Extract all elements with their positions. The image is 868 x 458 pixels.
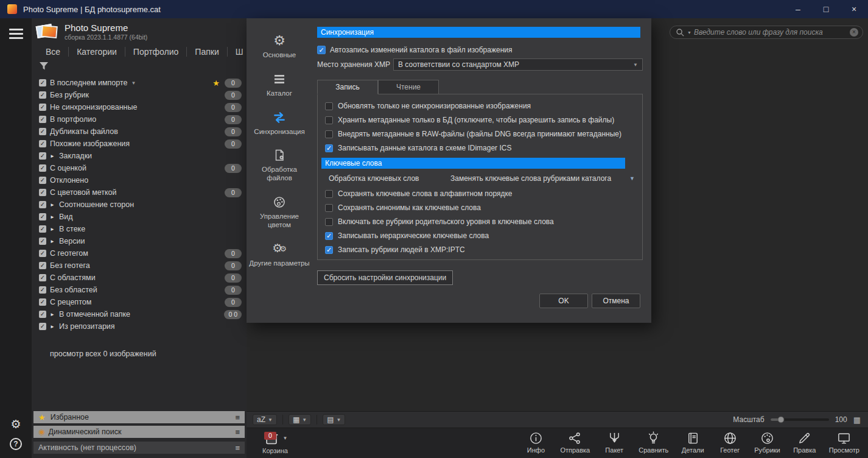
close-button[interactable]: × [840,0,868,18]
checkbox[interactable]: ✓ [325,144,333,152]
expand-arrow-icon[interactable]: ► [50,324,55,329]
filter-row[interactable]: ✓ Отклонено [39,174,242,186]
option-row[interactable]: ✓ Записывать иерархические ключевые слов… [325,231,635,240]
trash-bin[interactable]: ▼ 0 Корзина [255,430,295,454]
activity-panel-icon[interactable]: ≡ [235,443,240,453]
activity-section-bar[interactable]: Активность (нет процессов) ≡ [33,442,245,454]
filter-row[interactable]: ✓ В портфолио 0 [39,113,242,125]
filter-checkbox[interactable]: ✓ [39,213,46,220]
checkbox[interactable] [325,218,333,226]
filter-row[interactable]: ✓ Без рубрик 0 [39,89,242,101]
filter-funnel-icon[interactable] [39,62,49,71]
thumbnail-size-icon[interactable]: ▦ [853,415,861,425]
filter-row[interactable]: ✓ ► Закладки [39,150,242,162]
section-menu-icon[interactable]: ≡ [235,428,240,437]
reset-sync-button[interactable]: Сбросить настройки синхронизации [317,270,453,285]
filter-row[interactable]: ✓ С геотегом 0 [39,247,242,259]
filter-checkbox[interactable]: ✓ [39,91,46,99]
filter-checkbox[interactable]: ✓ [39,140,46,147]
filter-checkbox[interactable]: ✓ [39,238,46,245]
tab-clipped[interactable]: Ш [227,47,247,57]
search-input[interactable] [694,28,847,37]
expand-arrow-icon[interactable]: ► [50,214,55,220]
settings-nav-sync[interactable]: Синхронизация [247,104,312,142]
settings-nav-color-management[interactable]: Управление цветом [247,188,312,235]
action-view[interactable]: Просмотр [829,430,859,454]
action-batch[interactable]: Пакет [601,430,627,454]
option-row[interactable]: Внедрять метаданные в RAW-файлы (файлы D… [325,130,635,138]
tab-read[interactable]: Чтение [378,80,439,94]
dynamic-search-section-bar[interactable]: ◉ Динамический поиск ≡ [33,426,245,438]
filter-row[interactable]: ✓ С областями 0 [39,272,242,284]
action-info[interactable]: Инфо [523,430,548,454]
filter-checkbox[interactable]: ✓ [39,164,46,172]
expand-arrow-icon[interactable]: ► [50,202,55,208]
filter-checkbox[interactable]: ✓ [39,250,46,257]
checkbox[interactable] [325,190,333,198]
chevron-down-icon[interactable]: ▼ [629,175,635,181]
filter-row[interactable]: ✓ Похожие изображения 0 [39,138,242,150]
dropdown-caret-icon[interactable]: ▼ [131,80,136,86]
checkbox[interactable] [325,130,333,138]
tab-portfolio[interactable]: Портфолио [125,47,187,57]
maximize-button[interactable]: □ [812,0,840,18]
settings-nav-catalog[interactable]: Каталог [247,65,312,104]
option-row[interactable]: Сохранять синонимы как ключевые слова [325,203,635,212]
search-box[interactable]: ▼ × [670,26,863,39]
option-row[interactable]: Включать все рубрики родительского уровн… [325,217,635,226]
filter-row[interactable]: ✓ В последнем импорте ▼ ★ 0 [39,77,242,89]
checkbox[interactable]: ✓ [325,232,333,240]
filter-checkbox[interactable]: ✓ [39,79,46,86]
display-options-button[interactable]: ▤ ▼ [323,414,345,425]
checkbox[interactable] [325,102,333,110]
filter-row[interactable]: ✓ ► В отмеченной папке 0 0 [39,308,242,320]
expand-arrow-icon[interactable]: ► [50,153,55,159]
minimize-button[interactable]: – [784,0,812,18]
filter-checkbox[interactable]: ✓ [39,323,46,330]
filter-row[interactable]: ✓ Без областей 0 [39,284,242,296]
filter-row[interactable]: ✓ Без геотега 0 [39,259,242,272]
tab-all[interactable]: Все [38,47,68,57]
action-compare[interactable]: Сравнить [639,430,668,454]
action-geotag[interactable]: Геотег [717,430,743,454]
zoom-slider[interactable] [771,418,829,421]
filter-checkbox[interactable]: ✓ [39,298,46,306]
action-edit[interactable]: Правка [792,430,817,454]
chevron-down-icon[interactable]: ▼ [283,435,288,441]
zoom-slider-handle[interactable] [777,417,784,423]
checkbox[interactable] [325,260,333,261]
cancel-button[interactable]: Отмена [592,294,640,308]
filter-row[interactable]: ✓ ► Из репозитария [39,320,242,333]
thumbnail-view-button[interactable]: ▦ ▼ [289,414,311,425]
filter-row[interactable]: ✓ ► Версии [39,235,242,247]
filter-checkbox[interactable]: ✓ [39,225,46,233]
filter-row[interactable]: ✓ Дубликаты файлов 0 [39,125,242,138]
expand-arrow-icon[interactable]: ► [50,312,55,317]
checkbox[interactable] [325,116,333,124]
option-row[interactable]: Хранить метаданные только в БД (отключит… [325,116,635,124]
search-clear-icon[interactable]: × [850,28,858,37]
view-all-link[interactable]: просмотр всех 0 изображений [50,350,247,358]
action-categories[interactable]: Рубрики [754,430,780,454]
checkbox[interactable]: ✓ [325,246,333,254]
filter-checkbox[interactable]: ✓ [39,286,46,294]
checkbox[interactable] [325,204,333,212]
settings-nav-general[interactable]: ⚙ Основные [247,27,312,65]
settings-gear-icon[interactable]: ⚙ [0,417,32,431]
filter-row[interactable]: ✓ С рецептом 0 [39,296,242,308]
filter-row[interactable]: ✓ ► Соотношение сторон [39,199,242,211]
filter-checkbox[interactable]: ✓ [39,116,46,123]
help-icon[interactable]: ? [10,438,22,450]
filter-checkbox[interactable]: ✓ [39,262,46,269]
action-details[interactable]: Детали [680,430,705,454]
tab-write[interactable]: Запись [317,80,378,94]
sort-button[interactable]: aZ ▼ [253,414,277,425]
filter-checkbox[interactable]: ✓ [39,128,46,135]
option-row[interactable]: ✓ Записывать данные каталога в схеме IDi… [325,144,635,152]
ok-button[interactable]: OK [539,294,588,308]
filter-checkbox[interactable]: ✓ [39,201,46,208]
expand-arrow-icon[interactable]: ► [50,239,55,244]
filter-checkbox[interactable]: ✓ [39,104,46,111]
filter-checkbox[interactable]: ✓ [39,189,46,196]
filter-row[interactable]: ✓ ► В стеке [39,223,242,235]
